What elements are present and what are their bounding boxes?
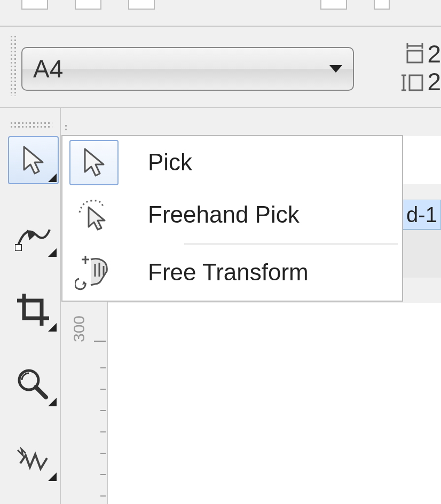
toolbox [8,136,59,483]
shape-tool[interactable] [8,211,59,259]
freehand-cursor-icon [75,198,113,232]
flyout-label: Pick [148,149,192,176]
ruler-grip[interactable] [64,124,68,131]
toolbar-grip[interactable] [10,35,17,96]
page-size-value: A4 [33,54,329,83]
height-icon [400,71,424,92]
svg-rect-8 [15,245,21,251]
svg-rect-0 [407,51,422,62]
flyout-indicator-icon [48,398,57,406]
top-toolbar-btn[interactable] [320,0,347,10]
ruler-tick [100,367,106,368]
ruler-tick [100,474,106,475]
dropdown-arrow-icon [329,65,342,73]
pick-tool-flyout: Pick Freehand Pick Free Transform [61,135,403,302]
flyout-indicator-icon [48,323,57,332]
width-icon [400,43,424,65]
separator [0,107,441,108]
separator [184,243,398,245]
flyout-indicator-icon [48,248,57,257]
flyout-item-freehand-pick[interactable]: Freehand Pick [62,188,402,241]
pick-tool[interactable] [8,136,59,184]
document-tab[interactable]: d-1 [403,200,441,230]
ruler-tick [100,453,106,454]
separator [60,107,61,504]
flyout-item-free-transform[interactable]: Free Transform [62,246,402,298]
flyout-label: Freehand Pick [148,201,300,228]
ruler-tick [94,341,106,342]
vertical-ruler[interactable]: 300 [62,303,106,504]
top-toolbar-btn[interactable] [75,0,101,10]
separator [0,26,441,27]
ruler-tick [100,389,106,390]
crop-tool[interactable] [8,286,59,334]
ruler-tick [100,410,106,411]
flyout-label: Free Transform [148,259,309,286]
tab-bar-area [403,230,441,278]
tab-label-partial: d-1 [406,203,437,227]
canvas-area[interactable] [108,303,441,504]
freehand-tool[interactable] [8,435,59,483]
height-value-partial: 2 [427,67,441,96]
svg-rect-4 [410,75,422,90]
page-size-dropdown[interactable]: A4 [21,47,354,91]
flyout-item-pick[interactable]: Pick [62,136,402,188]
svg-line-10 [36,387,46,397]
page-width-field[interactable]: 2 [400,40,441,68]
page-dimensions: 2 2 [400,40,441,96]
page-height-field[interactable]: 2 [400,68,441,96]
ruler-tick [100,431,106,432]
top-toolbar-btn[interactable] [21,0,48,10]
top-toolbar-partial [0,0,441,11]
flyout-indicator-icon [48,174,57,182]
flyout-indicator-icon [48,472,57,481]
ruler-value: 300 [70,316,88,342]
zoom-tool[interactable] [8,360,59,408]
width-value-partial: 2 [427,40,441,68]
top-toolbar-btn[interactable] [374,0,390,10]
top-toolbar-btn[interactable] [128,0,155,10]
ruler-tick [100,495,106,497]
toolbox-grip[interactable] [10,121,52,129]
cursor-icon [80,146,109,178]
free-transform-icon [75,254,113,290]
